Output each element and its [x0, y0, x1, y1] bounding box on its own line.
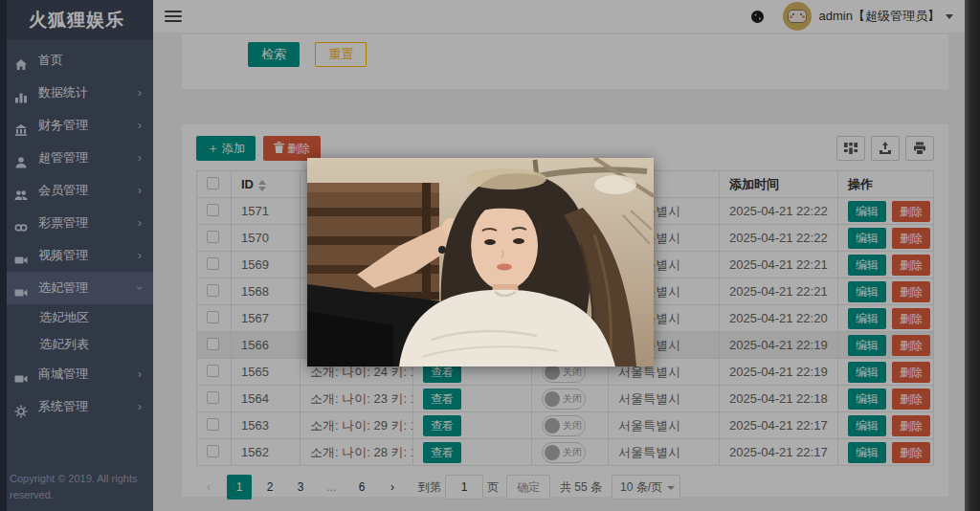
preview-photo: [307, 158, 654, 367]
photo-preview-popup[interactable]: [307, 158, 654, 367]
